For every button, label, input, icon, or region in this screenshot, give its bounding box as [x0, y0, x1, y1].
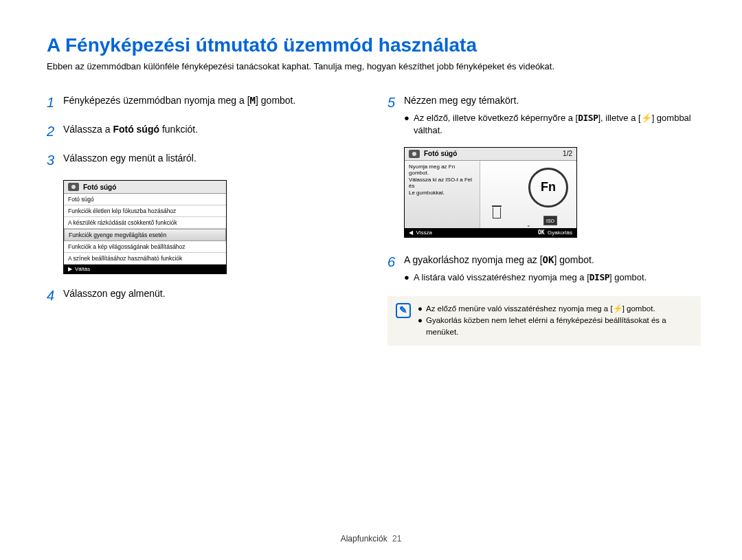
screen2-footer-left: Vissza	[416, 229, 431, 236]
bullet-icon: ●	[404, 112, 414, 137]
step-2-text-b: funkciót.	[159, 124, 198, 135]
step-1-text-a: Fényképezés üzemmódban nyomja meg a [	[63, 95, 250, 106]
step-3: 3 Válasszon egy menüt a listáról.	[47, 151, 360, 170]
camera-icon	[68, 183, 79, 191]
fn-dial-icon: Fn	[528, 168, 568, 208]
right-column: 5 Nézzen meg egy témakört. ● Az előző, i…	[387, 93, 701, 345]
list-item: Funkciók a kép világosságának beállításá…	[64, 241, 226, 253]
step-5: 5 Nézzen meg egy témakört. ● Az előző, i…	[387, 93, 701, 137]
step-number: 1	[47, 92, 63, 113]
screen1-footer: Váltás	[75, 266, 90, 272]
list-item: Funkciók életlen kép fókuszba hozásához	[64, 205, 226, 217]
screen2-line3: Le gombokkal.	[409, 190, 475, 197]
step-1: 1 Fényképezés üzemmódban nyomja meg a [M…	[47, 93, 360, 113]
step-number: 5	[387, 92, 404, 137]
step-number: 2	[47, 121, 63, 142]
list-item: A készülék rázkódását csökkentő funkciók	[64, 217, 226, 229]
bullet-icon: ●	[418, 303, 426, 315]
screen2-line2: Válassza ki az ISO-t a Fel és	[409, 177, 475, 190]
screen2-page-indicator: 1/2	[563, 150, 572, 157]
step-5-sub-b: ], illetve a [	[598, 113, 641, 123]
bullet-icon: ●	[418, 315, 426, 339]
left-arrow-icon: ◀	[409, 229, 413, 236]
screen2-footer-right: Gyakorlás	[548, 229, 572, 236]
step-6-sub-a: A listára való visszatéréshez nyomja meg…	[414, 272, 589, 282]
chevron-down-icon: ⌄	[526, 222, 531, 228]
ok-icon: OK	[538, 229, 545, 236]
step-2-bold: Fotó súgó	[113, 124, 159, 135]
step-6-text-a: A gyakorláshoz nyomja meg az [	[404, 254, 543, 265]
step-5-text: Nézzen meg egy témakört.	[404, 95, 519, 106]
note-line2: Gyakorlás közben nem lehet elérni a fény…	[426, 315, 693, 339]
screenshot-menu-list: Fotó súgó Fotó súgó Funkciók életlen kép…	[63, 180, 227, 274]
page-footer: Alapfunkciók 21	[0, 534, 742, 544]
flash-icon: ⚡	[641, 113, 652, 123]
step-2: 2 Válassza a Fotó súgó funkciót.	[47, 122, 360, 142]
intro-text: Ebben az üzemmódban különféle fényképezé…	[47, 60, 701, 73]
bullet-icon: ●	[404, 271, 414, 284]
step-1-text-b: ] gombot.	[256, 95, 295, 106]
step-4-text: Válasszon egy almenüt.	[63, 287, 360, 306]
footer-page: 21	[392, 534, 401, 544]
screen2-title: Fotó súgó	[424, 150, 457, 157]
step-4: 4 Válasszon egy almenüt.	[47, 287, 360, 306]
note-line1-a: Az előző menüre való visszatéréshez nyom…	[426, 304, 613, 313]
note-box: ✎ ● Az előző menüre való visszatéréshez …	[387, 296, 701, 346]
disp-icon: DISP	[578, 113, 598, 123]
list-item: A színek beállításához használható funkc…	[64, 253, 226, 265]
step-3-text: Válasszon egy menüt a listáról.	[63, 151, 360, 170]
left-column: 1 Fényképezés üzemmódban nyomja meg a [M…	[47, 93, 360, 345]
right-arrow-icon: ▶	[68, 266, 72, 272]
camera-icon	[409, 150, 420, 158]
step-6-text-b: ] gombot.	[554, 254, 594, 265]
disp-icon: DISP	[589, 272, 609, 282]
footer-label: Alapfunkciók	[341, 534, 387, 544]
trash-icon	[493, 208, 501, 219]
step-6: 6 A gyakorláshoz nyomja meg az [OK] gomb…	[387, 253, 701, 284]
step-6-sub-b: ] gombot.	[609, 272, 647, 282]
list-item: Fotó súgó	[64, 194, 226, 205]
step-number: 3	[47, 150, 63, 170]
note-line1-b: ] gombot.	[622, 304, 655, 313]
flash-icon: ⚡	[613, 304, 622, 313]
list-item-selected: Funkciók gyenge megvilágítás esetén	[64, 229, 226, 241]
screen1-title: Fotó súgó	[83, 183, 116, 191]
step-5-sub-a: Az előző, illetve következő képernyőre a…	[414, 113, 578, 123]
screen2-line1: Nyomja meg az Fn gombot.	[409, 164, 475, 177]
iso-chip-icon: ISO	[543, 216, 557, 225]
mode-icon: M	[250, 95, 256, 106]
step-number: 4	[47, 285, 63, 306]
note-icon: ✎	[396, 303, 411, 318]
ok-icon: OK	[543, 254, 554, 265]
page-title: A Fényképezési útmutató üzemmód használa…	[47, 34, 701, 56]
screenshot-topic-view: Fotó súgó 1/2 Nyomja meg az Fn gombot. V…	[404, 147, 577, 238]
step-number: 6	[387, 251, 404, 284]
step-2-text-a: Válassza a	[63, 124, 113, 135]
